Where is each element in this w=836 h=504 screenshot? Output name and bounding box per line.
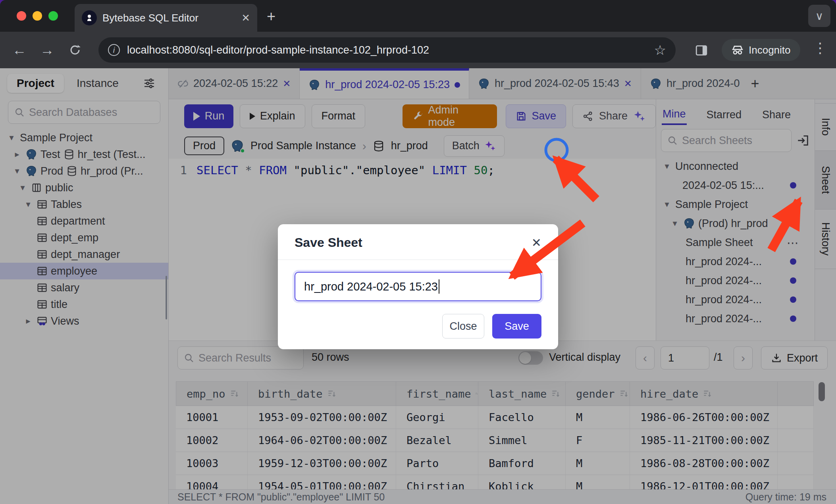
url-text: localhost:8080/sql-editor/prod-sample-in… xyxy=(127,44,647,56)
dialog-title: Save Sheet xyxy=(295,235,362,250)
dialog-close-icon[interactable]: ✕ xyxy=(532,236,541,250)
browser-tab-close-icon[interactable]: ✕ xyxy=(241,12,250,24)
bookmark-star-icon[interactable]: ☆ xyxy=(654,42,666,58)
incognito-label: Incognito xyxy=(749,44,791,56)
window-close-button[interactable] xyxy=(17,11,26,21)
forward-icon[interactable]: → xyxy=(33,42,61,58)
browser-tab-strip: Bytebase SQL Editor ✕ + ∨ xyxy=(0,0,836,32)
window-zoom-button[interactable] xyxy=(48,11,58,21)
browser-menu-icon[interactable]: ⋮ xyxy=(813,40,827,56)
side-panel-icon[interactable] xyxy=(695,44,708,57)
incognito-badge: Incognito xyxy=(722,39,800,61)
tab-search-chevron-button[interactable]: ∨ xyxy=(808,5,830,27)
site-info-icon[interactable]: i xyxy=(108,44,120,56)
reload-icon[interactable] xyxy=(61,43,89,57)
browser-tab[interactable]: Bytebase SQL Editor ✕ xyxy=(75,4,257,32)
browser-tab-title: Bytebase SQL Editor xyxy=(102,12,236,24)
dialog-close-button[interactable]: Close xyxy=(442,314,484,339)
back-icon[interactable]: ← xyxy=(6,42,33,58)
dialog-save-button[interactable]: Save xyxy=(492,314,541,339)
save-sheet-dialog: Save Sheet ✕ hr_prod 2024-02-05 15:23 Cl… xyxy=(278,224,558,349)
incognito-icon xyxy=(731,44,744,56)
window-minimize-button[interactable] xyxy=(33,11,42,21)
sheet-name-input[interactable]: hr_prod 2024-02-05 15:23 xyxy=(295,272,541,301)
url-bar[interactable]: i localhost:8080/sql-editor/prod-sample-… xyxy=(98,37,676,63)
sheet-name-value: hr_prod 2024-02-05 15:23 xyxy=(304,280,438,293)
screenshot-root: Bytebase SQL Editor ✕ + ∨ ← → i localhos… xyxy=(0,0,836,504)
text-cursor xyxy=(439,279,439,294)
new-browser-tab-button[interactable]: + xyxy=(267,9,275,24)
bytebase-favicon-icon xyxy=(82,10,97,25)
